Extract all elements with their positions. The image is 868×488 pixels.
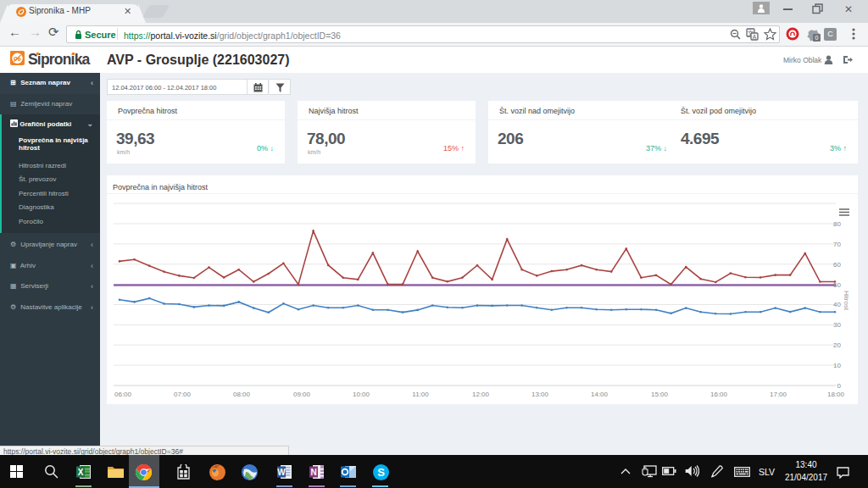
- svg-text:08:00: 08:00: [233, 391, 251, 398]
- svg-text:18:00: 18:00: [827, 391, 845, 398]
- svg-text:06:00: 06:00: [114, 391, 132, 398]
- svg-text:Hitrost: Hitrost: [843, 291, 850, 311]
- svg-text:10: 10: [833, 362, 841, 369]
- svg-text:15:00: 15:00: [651, 391, 669, 398]
- svg-text:16:00: 16:00: [710, 391, 728, 398]
- svg-text:50: 50: [833, 281, 841, 289]
- svg-text:W: W: [277, 468, 286, 477]
- svg-text:17:00: 17:00: [770, 391, 787, 398]
- svg-text:70: 70: [833, 241, 841, 248]
- svg-text:0: 0: [815, 35, 819, 41]
- svg-text:30: 30: [833, 321, 841, 329]
- svg-text:10:00: 10:00: [353, 391, 370, 398]
- svg-text:09:00: 09:00: [293, 391, 311, 398]
- svg-text:N: N: [310, 468, 316, 477]
- svg-text:80: 80: [833, 220, 841, 228]
- svg-text:20: 20: [833, 341, 841, 349]
- svg-text:S: S: [377, 466, 385, 479]
- svg-text:60: 60: [833, 261, 841, 269]
- svg-text:11:00: 11:00: [412, 391, 429, 398]
- svg-text:13:00: 13:00: [531, 391, 549, 398]
- svg-text:12:00: 12:00: [472, 391, 490, 398]
- svg-text:07:00: 07:00: [174, 391, 192, 398]
- svg-text:A: A: [753, 34, 757, 40]
- svg-text:14:00: 14:00: [591, 391, 609, 398]
- svg-text:0: 0: [837, 382, 842, 390]
- svg-text:40: 40: [833, 301, 841, 308]
- svg-text:X: X: [78, 468, 84, 477]
